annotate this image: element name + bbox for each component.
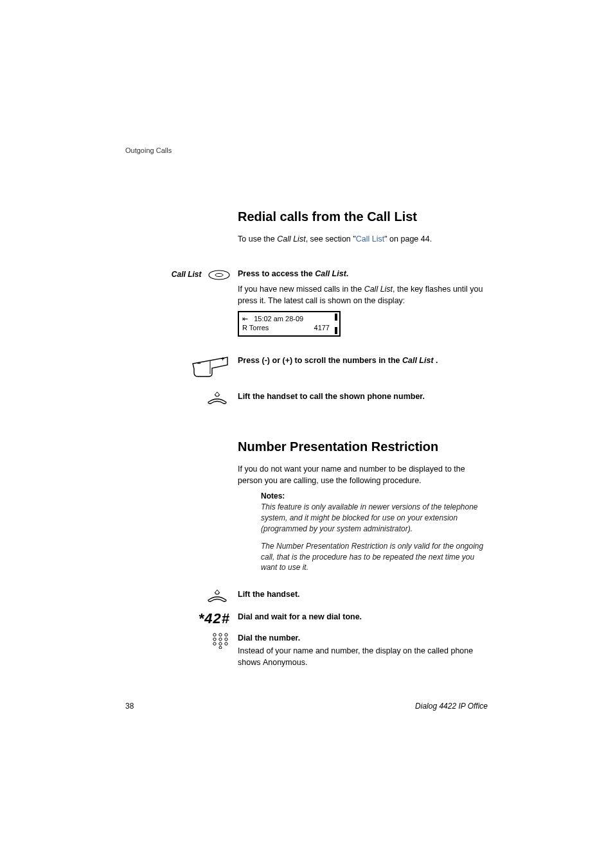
dial-tone-instruction: Dial and wait for a new dial tone. (238, 611, 488, 623)
text-bold: . (436, 356, 438, 365)
missed-call-arrow-icon: ⇤ (242, 315, 254, 323)
svg-point-9 (225, 638, 227, 641)
text: If you have new missed calls in the (238, 285, 364, 294)
page-number: 38 (125, 702, 134, 711)
text-bold: . (346, 269, 348, 278)
scroll-indicator-icon (334, 314, 338, 335)
lift-handset-icon (204, 589, 230, 605)
svg-point-11 (219, 642, 222, 645)
svg-point-5 (219, 633, 222, 636)
text: , see section " (306, 235, 356, 244)
section-npr-title: Number Presentation Restriction (238, 439, 488, 454)
dial-code: *42# (199, 610, 230, 626)
text-emphasis: Call List (277, 235, 305, 244)
text-bold: Press (-) or (+) to scroll the numbers i… (238, 356, 402, 365)
text: To use the (238, 235, 277, 244)
lift-handset-instruction-2: Lift the handset. (238, 589, 488, 600)
oval-key-icon (208, 269, 230, 280)
text-emphasis: Call List (364, 285, 393, 294)
anonymous-text: Anonymous (263, 658, 305, 667)
display-caller-number: 4177 (314, 323, 336, 332)
svg-point-6 (225, 633, 227, 636)
svg-point-1 (215, 273, 223, 276)
notes-heading: Notes: (261, 492, 488, 500)
svg-text:+: + (221, 356, 224, 362)
svg-text:−: − (197, 360, 201, 367)
phone-display: ⇤ 15:02 am 28-09 R Torres 4177 (238, 311, 341, 337)
svg-point-10 (213, 642, 216, 645)
press-body: If you have new missed calls in the Call… (238, 283, 488, 306)
press-instruction: Press to access the Call List. (238, 268, 488, 279)
volume-rocker-icon: − + (190, 355, 230, 380)
breadcrumb: Outgoing Calls (125, 146, 488, 154)
text-bold-emphasis: Call List (315, 269, 346, 278)
scroll-instruction: Press (-) or (+) to scroll the numbers i… (238, 355, 488, 366)
svg-point-0 (209, 270, 229, 279)
text: . (305, 658, 307, 667)
product-name: Dialog 4422 IP Office (415, 702, 488, 711)
svg-point-7 (213, 638, 216, 641)
notes-block: Notes: This feature is only available in… (238, 492, 488, 573)
svg-point-13 (219, 646, 222, 649)
dial-number-heading: Dial the number. (238, 632, 488, 644)
text: " on page 44. (384, 235, 432, 244)
svg-point-8 (219, 638, 222, 641)
svg-point-4 (213, 633, 216, 636)
lift-handset-instruction: Lift the handset to call the shown phone… (238, 391, 488, 402)
section-redial-title: Redial calls from the Call List (238, 209, 488, 224)
npr-intro: If you do not want your name and number … (238, 463, 488, 486)
keypad-icon (211, 632, 230, 651)
text-bold-emphasis: Call List (402, 356, 436, 365)
call-list-key-label: Call List (172, 270, 202, 279)
display-timestamp: 15:02 am 28-09 (254, 315, 303, 323)
text-bold: Press to access the (238, 269, 315, 278)
dial-number-body: Instead of your name and number, the dis… (238, 645, 488, 668)
note-2: The Number Presentation Restriction is o… (261, 541, 488, 573)
call-list-link[interactable]: Call List (356, 235, 384, 244)
redial-intro: To use the Call List, see section "Call … (238, 233, 488, 245)
lift-handset-icon (204, 391, 230, 407)
note-1: This feature is only available in newer … (261, 502, 488, 534)
svg-point-12 (225, 642, 227, 645)
display-caller-name: R Torres (242, 323, 269, 332)
